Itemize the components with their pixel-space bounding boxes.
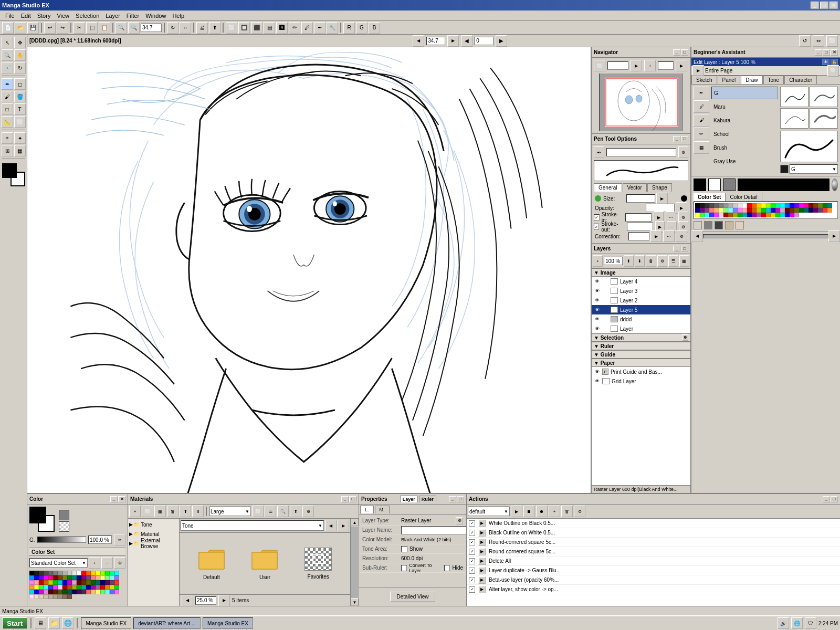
palette-swatch[interactable]: [799, 203, 804, 208]
act-del[interactable]: 🗑: [561, 506, 573, 517]
layers-zoom[interactable]: [604, 257, 623, 265]
small-swatch[interactable]: [114, 590, 119, 594]
color-transparent[interactable]: [59, 521, 69, 532]
action-play-3[interactable]: ▶: [478, 548, 486, 555]
tab-draw[interactable]: Draw: [741, 76, 762, 84]
small-swatch[interactable]: [67, 575, 72, 580]
small-swatch[interactable]: [62, 585, 67, 590]
assistant-close[interactable]: ✕: [831, 49, 838, 56]
maximize-btn[interactable]: □: [820, 2, 828, 9]
opacity-input[interactable]: 100 %: [646, 204, 675, 212]
small-swatch[interactable]: [67, 580, 72, 585]
small-swatch[interactable]: [110, 575, 114, 580]
palette-swatch[interactable]: [700, 208, 705, 213]
mat-stat-btn2[interactable]: ▶: [218, 595, 230, 606]
palette-swatch[interactable]: [766, 203, 771, 208]
palette-swatch[interactable]: [695, 213, 700, 217]
layers-maximize[interactable]: □: [681, 246, 688, 252]
small-swatch[interactable]: [34, 575, 39, 580]
small-swatch[interactable]: [62, 575, 67, 580]
palette-swatch[interactable]: [709, 213, 714, 217]
small-swatch[interactable]: [72, 571, 77, 575]
ruler-tool[interactable]: 📐: [2, 116, 13, 128]
small-swatch[interactable]: [86, 585, 91, 590]
small-swatch[interactable]: [114, 580, 119, 585]
mat-grid[interactable]: ⬜: [252, 506, 264, 517]
action-check-3[interactable]: ✓: [469, 549, 475, 555]
correction-cfg[interactable]: ⚙: [676, 230, 687, 242]
t6-btn[interactable]: ✏: [289, 22, 300, 34]
palette-swatch[interactable]: [757, 213, 761, 217]
palette-swatch[interactable]: [761, 208, 766, 213]
palette-swatch[interactable]: [719, 208, 723, 213]
small-swatch[interactable]: [34, 585, 39, 590]
eye-print[interactable]: 👁: [594, 369, 600, 375]
palette-swatch[interactable]: [790, 208, 794, 213]
small-swatch[interactable]: [58, 590, 62, 594]
action-row[interactable]: ✓ ▶ Delete All: [467, 556, 840, 566]
small-swatch[interactable]: [53, 585, 58, 590]
mat-list[interactable]: ☰: [265, 506, 276, 517]
small-swatch[interactable]: [96, 585, 100, 590]
small-swatch[interactable]: [100, 585, 105, 590]
small-swatch[interactable]: [91, 580, 96, 585]
brush-icon-4[interactable]: ✏: [694, 128, 709, 140]
small-swatch[interactable]: [34, 580, 39, 585]
tab-character[interactable]: Character: [784, 76, 817, 84]
palette-swatch[interactable]: [780, 208, 785, 213]
correction-more[interactable]: ▶: [650, 230, 662, 242]
palette-swatch[interactable]: [808, 208, 813, 213]
mat-zoom-input[interactable]: [195, 596, 216, 605]
tab-vector[interactable]: Vector: [623, 183, 647, 192]
palette-swatch[interactable]: [827, 203, 832, 208]
small-swatch[interactable]: [53, 575, 58, 580]
palette-swatch[interactable]: [818, 203, 823, 208]
small-swatch[interactable]: [44, 594, 48, 599]
small-swatch[interactable]: [67, 590, 72, 594]
small-swatch[interactable]: [77, 590, 81, 594]
palette-swatch[interactable]: [785, 213, 790, 217]
brush-icon-3[interactable]: 🖌: [694, 114, 709, 127]
palette-swatch[interactable]: [775, 213, 780, 217]
shape-tool[interactable]: □: [2, 103, 13, 115]
eye-grid[interactable]: 👁: [594, 378, 600, 384]
small-swatch[interactable]: [34, 571, 39, 575]
color-close[interactable]: ✕: [118, 496, 125, 502]
close-btn[interactable]: ✕: [830, 2, 838, 9]
palette-swatch[interactable]: [790, 203, 794, 208]
scroll-right[interactable]: ▶: [828, 230, 840, 242]
small-swatch[interactable]: [105, 590, 110, 594]
eye-3[interactable]: 👁: [594, 288, 600, 294]
flip-btn[interactable]: ↔: [180, 22, 191, 34]
layers-new[interactable]: +: [593, 255, 603, 267]
small-swatch[interactable]: [62, 580, 67, 585]
tab-tone[interactable]: Tone: [763, 76, 784, 84]
doc-btn-4[interactable]: ▶: [496, 35, 507, 47]
act-rec[interactable]: ⏺: [536, 506, 548, 517]
cs-cfg[interactable]: ⚙: [114, 557, 125, 569]
palette-swatch[interactable]: [823, 203, 827, 208]
action-check-6[interactable]: ✓: [469, 577, 475, 583]
t5-btn[interactable]: 🅰: [276, 22, 288, 34]
save-btn[interactable]: 💾: [27, 22, 39, 34]
zoom-input[interactable]: [141, 24, 162, 32]
eye-dddd[interactable]: 👁: [594, 316, 600, 322]
magic-wand-tool[interactable]: ✦: [14, 132, 26, 144]
palette-swatch[interactable]: [794, 208, 799, 213]
small-swatch[interactable]: [110, 571, 114, 575]
r3-btn[interactable]: B: [369, 22, 380, 34]
mat-minimize[interactable]: _: [341, 496, 349, 502]
menu-layer[interactable]: Layer: [102, 12, 123, 20]
palette-swatch[interactable]: [705, 208, 709, 213]
small-swatch[interactable]: [58, 580, 62, 585]
small-swatch[interactable]: [91, 585, 96, 590]
small-swatch[interactable]: [81, 580, 86, 585]
layers-btn7[interactable]: ▦: [679, 255, 689, 267]
small-swatch[interactable]: [53, 594, 58, 599]
cs-add[interactable]: +: [89, 557, 100, 569]
doc-full-screen[interactable]: ⬜: [826, 35, 838, 47]
props-tab-layer[interactable]: Layer: [400, 496, 418, 502]
extra-swatch[interactable]: [736, 221, 744, 229]
small-swatch[interactable]: [62, 571, 67, 575]
assistant-minimize[interactable]: _: [815, 49, 822, 56]
